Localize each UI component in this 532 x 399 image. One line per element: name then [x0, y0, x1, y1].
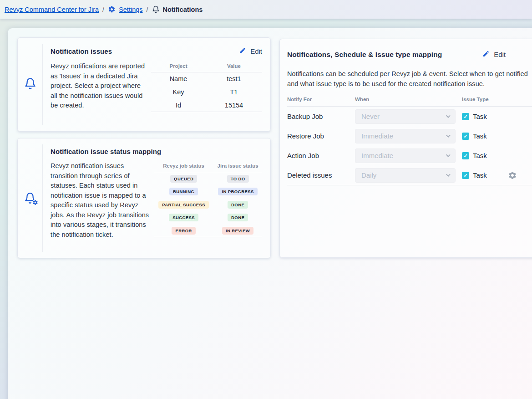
table-row: Name test1	[151, 72, 262, 86]
chevron-down-icon	[446, 113, 451, 118]
breadcrumb: Revyz Command Center for Jira / Settings…	[0, 0, 532, 19]
gear-icon	[108, 5, 116, 13]
column-header: When	[355, 97, 462, 102]
card-icon-column	[18, 38, 42, 131]
table-row: Key T1	[151, 86, 262, 99]
status-badge: DONE	[228, 214, 248, 221]
status-badge: ERROR	[172, 227, 195, 235]
status-badge: IN REVIEW	[222, 227, 253, 235]
card-title: Notifications, Schedule & Issue type map…	[287, 51, 442, 59]
when-dropdown-value: Daily	[361, 171, 376, 179]
table-row: PARTIAL SUCCESS DONE	[154, 198, 262, 211]
when-dropdown-value: Immediate	[361, 132, 393, 140]
column-header: Revyz job status	[154, 161, 213, 172]
when-dropdown-value: Never	[361, 113, 380, 120]
bell-gear-icon	[24, 192, 36, 204]
notifications-settings-page: { "breadcrumb": { "separator": "/", "roo…	[0, 0, 532, 399]
chevron-down-icon	[446, 153, 451, 157]
project-field-value: test1	[206, 72, 262, 86]
table-row: Backup Job Never Task	[287, 107, 532, 126]
issue-type-checkbox[interactable]	[462, 133, 469, 140]
breadcrumb-link-app[interactable]: Revyz Command Center for Jira	[5, 6, 99, 13]
project-field-value: 15154	[206, 99, 262, 112]
card-description: Notifications can be scheduled per Revyz…	[287, 69, 532, 89]
card-icon-column	[18, 138, 42, 258]
status-badge: IN PROGRESS	[218, 188, 257, 195]
status-mapping-card: Notification issue status mapping Revyz …	[17, 138, 271, 258]
card-description: Revyz notifications are reported as 'Iss…	[51, 61, 147, 112]
table-row: Action Job Immediate Task	[287, 146, 532, 165]
pencil-icon	[239, 47, 246, 56]
notify-for-label: Deleted issues	[287, 171, 355, 179]
issue-type-label: Task	[473, 113, 487, 120]
card-title: Notification issue status mapping	[51, 148, 161, 155]
issue-type-label: Task	[473, 132, 487, 140]
status-badge: SUCCESS	[169, 214, 198, 221]
status-badge: DONE	[228, 201, 248, 209]
project-field-label: Key	[151, 86, 206, 99]
notify-for-label: Action Job	[287, 152, 355, 159]
breadcrumb-separator: /	[147, 6, 148, 13]
table-row: Deleted issues Daily Task	[287, 165, 532, 185]
row-settings-gear-icon[interactable]	[508, 171, 517, 180]
schedule-mapping-card: Notifications, Schedule & Issue type map…	[279, 39, 532, 258]
issue-type-checkbox[interactable]	[462, 152, 469, 159]
settings-panel: Notification issues Edit Revyz notificat…	[8, 28, 532, 399]
status-badge: TO DO	[227, 175, 249, 183]
project-field-label: Id	[151, 99, 206, 112]
notify-for-label: Restore Job	[287, 132, 355, 140]
edit-button[interactable]: Edit	[239, 47, 262, 56]
column-header: Value	[206, 61, 262, 72]
edit-button-label: Edit	[494, 51, 506, 58]
table-row: ERROR IN REVIEW	[154, 224, 262, 237]
table-row: QUEUED TO DO	[154, 172, 262, 185]
column-header: Jira issue status	[213, 161, 262, 172]
bell-icon	[152, 5, 160, 13]
table-row: SUCCESS DONE	[154, 211, 262, 224]
breadcrumb-link-settings[interactable]: Settings	[119, 6, 142, 13]
status-badge: RUNNING	[169, 188, 198, 195]
bell-icon	[24, 77, 36, 92]
issue-type-label: Task	[473, 171, 487, 179]
column-header: Notify For	[287, 97, 355, 102]
edit-button[interactable]: Edit	[482, 50, 506, 59]
column-header: Issue Type	[462, 97, 532, 102]
table-row: Id 15154	[151, 99, 262, 112]
issue-type-checkbox[interactable]	[462, 113, 469, 120]
pencil-icon	[482, 50, 490, 59]
breadcrumb-separator: /	[102, 6, 104, 13]
status-badge: QUEUED	[170, 175, 197, 183]
status-badge: PARTIAL SUCCESS	[158, 201, 209, 209]
when-dropdown-value: Immediate	[361, 152, 393, 159]
card-title: Notification issues	[51, 47, 112, 55]
card-description: Revyz notification issues transition thr…	[51, 161, 150, 240]
chevron-down-icon	[446, 172, 451, 177]
issue-type-label: Task	[473, 152, 487, 159]
project-table: Project Value Name test1 Key T1	[151, 61, 262, 112]
edit-button-label: Edit	[250, 47, 262, 55]
when-dropdown[interactable]: Daily	[355, 168, 456, 183]
issue-type-checkbox[interactable]	[462, 172, 469, 179]
project-field-label: Name	[151, 72, 206, 86]
when-dropdown[interactable]: Immediate	[355, 129, 456, 143]
table-row: RUNNING IN PROGRESS	[154, 185, 262, 198]
schedule-table: Notify For When Issue Type Backup Job Ne…	[287, 97, 532, 185]
notify-for-label: Backup Job	[287, 113, 355, 120]
status-mapping-table: Revyz job status Jira issue status QUEUE…	[154, 161, 262, 237]
chevron-down-icon	[446, 133, 451, 138]
column-header: Project	[151, 61, 206, 72]
table-row: Restore Job Immediate Task	[287, 126, 532, 146]
project-field-value: T1	[206, 86, 262, 99]
notification-issues-card: Notification issues Edit Revyz notificat…	[17, 37, 271, 132]
when-dropdown[interactable]: Never	[355, 109, 456, 124]
when-dropdown[interactable]: Immediate	[355, 148, 456, 163]
breadcrumb-current-page: Notifications	[163, 6, 203, 13]
